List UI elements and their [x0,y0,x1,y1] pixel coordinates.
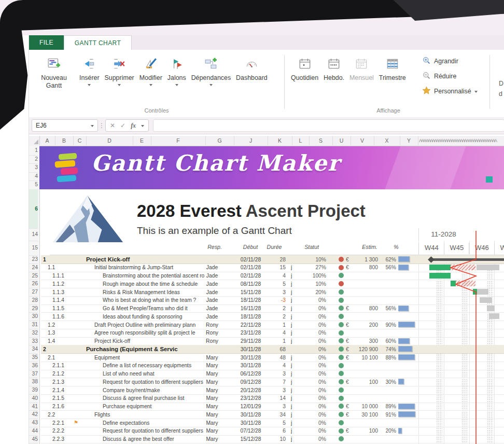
row-header-4[interactable]: 4 [29,172,38,182]
table-row[interactable]: 1.3Agree rough responsibility split & pr… [41,329,504,338]
row-header-15[interactable]: 15 [29,241,38,256]
row-header-25[interactable]: 25 [29,272,38,281]
jalons-button[interactable]: Jalons [165,52,189,86]
row-header-6[interactable]: 6 [29,189,38,229]
table-row[interactable]: 2.2FlightsMary30/11/2834j0%€30 10091% [41,410,504,419]
task-name-cell: Request for quotation to different suppl… [103,427,204,434]
more-options-icon[interactable]: ⋮ [98,122,105,129]
button-label: Mensuel [349,74,374,82]
row-header-32[interactable]: 32 [29,329,38,338]
quotidien-button[interactable]: Quotidien [288,52,321,82]
table-row[interactable]: 2.2.1⚑Define expectationsMary30/11/285j0… [41,419,504,427]
dependances-button[interactable]: Dépendances [189,52,233,86]
row-header-39[interactable]: 39 [29,386,38,395]
task-name-cell: Go & Meet People/Teams who did it [103,305,204,312]
tablet-screenshot: FILE GANTT CHART Nouveau Gantt [0,0,504,444]
col-header-debut: Début [243,244,258,250]
enter-icon[interactable]: ✓ [120,122,125,129]
name-box[interactable]: EJ6 [32,119,98,132]
table-row[interactable]: 2.1.1Define a list of necessary equipmen… [41,362,504,370]
mensuel-button[interactable]: Mensuel [347,52,376,82]
percent-cell: 88% [375,354,396,361]
tab-file[interactable]: FILE [29,35,64,50]
row-header-24[interactable]: 24 [29,263,38,272]
table-row[interactable]: 2.1.4Compare buy/rent/makeMary20/12/283j… [41,386,504,395]
table-row[interactable]: 2.1.5Discuss & agree final purchase list… [41,394,504,403]
row-header-5[interactable]: 5 [29,181,38,190]
table-row[interactable]: 2Purchasing (Equipment & Servic30/11/286… [41,345,504,354]
row-header-30[interactable]: 30 [29,312,38,321]
duration-cell: 5 [265,420,286,426]
responsible-cell: Jade [197,313,228,320]
duration-cell: 68 [265,346,286,353]
row-header-33[interactable]: 33 [29,337,38,346]
row-header-14[interactable]: 14 [29,228,38,241]
hebdo-button[interactable]: Hebdo. [321,52,347,82]
table-row[interactable]: 1.2Draft Project Outline with preliminar… [41,321,504,329]
row-header-3[interactable]: 3 [29,163,38,173]
col-header-estim: Estim. [362,244,377,250]
row-header-34[interactable]: 34 [29,345,38,354]
table-row[interactable]: 2.2.3Discuss & agree the best offerMary1… [41,435,504,444]
wbs-cell: 2 [43,346,72,353]
duration-unit-cell: j [291,403,298,410]
row-header-44[interactable]: 44 [29,427,38,436]
row-header-28[interactable]: 28 [29,296,38,305]
spreadsheet: ABCDEFGJKLSUVXYAAAAAAAAAAAAAAAAAAAAAAAAA… [29,136,504,444]
percent-data-bar [398,428,402,434]
table-row[interactable]: 1.1.4Who is best at doing what in the te… [41,296,504,305]
nouveau-gantt-button[interactable]: Nouveau Gantt [31,52,77,90]
row-header-23[interactable]: 23 [29,255,38,264]
trimestre-button[interactable]: Trimestre [376,52,409,82]
duration-cell: -3 [265,297,286,303]
agrandir-button[interactable]: Agrandir [422,56,478,66]
task-name-cell: Ideas about funding & sponsoring [103,313,204,320]
inserer-button[interactable]: Insérer [77,52,102,86]
row-header-45[interactable]: 45 [29,435,38,444]
duration-unit-cell: j [291,395,298,401]
table-row[interactable]: 2.1.3Request for quotation to different … [41,378,504,386]
clipped-text: D [499,80,503,87]
table-row[interactable]: 2.1EquipmentMary30/11/2848j0%€10 10088% [41,353,504,362]
row-header-41[interactable]: 41 [29,403,38,411]
row-header-31[interactable]: 31 [29,321,38,329]
timeline-month-label: 11-2028 [418,230,469,238]
wbs-cell: 1 [43,256,72,263]
dashboard-button[interactable]: Dashboard [233,52,270,82]
button-label: Personnalisé [434,88,471,95]
tab-gantt-chart[interactable]: GANTT CHART [64,35,132,50]
insert-function-icon[interactable]: fx [131,122,136,130]
table-row[interactable]: 1.1.5Go & Meet People/Teams who did itJa… [41,304,504,313]
supprimer-button[interactable]: Supprimer [102,52,137,86]
table-row[interactable]: 2.1.6Purchase equipmentMary12/01/293j0%€… [41,403,504,411]
row-header-35[interactable]: 35 [29,353,38,362]
table-row[interactable]: 2.2.2Request for quotation to different … [41,427,504,436]
percent-cell: 89% [375,403,396,410]
row-header-43[interactable]: 43 [29,419,38,427]
duration-unit-cell: j [291,411,298,418]
modifier-button[interactable]: Modifier [137,52,165,86]
table-row[interactable]: 1.4Project Kick-offRony29/11/281j0%€3006… [41,337,504,346]
table-row[interactable]: 1.1.3Risks & Risk Management IdeasJade15… [41,288,504,297]
table-row[interactable]: 2.1.2List of who need whatMary06/12/283j… [41,370,504,379]
cancel-icon[interactable]: ✕ [110,122,115,129]
reduire-button[interactable]: Réduire [422,71,478,81]
table-row[interactable]: 1.1.2Rough image about the time & schedu… [41,280,504,288]
row-header-2[interactable]: 2 [29,155,38,164]
row-header-1[interactable]: 1 [29,146,38,156]
personnalise-button[interactable]: Personnalisé [422,86,478,96]
table-row[interactable]: 1.1.6Ideas about funding & sponsoringJad… [41,312,504,321]
row-header-36[interactable]: 36 [29,362,38,370]
row-header-27[interactable]: 27 [29,288,38,297]
row-header-40[interactable]: 40 [29,394,38,403]
start-date-cell: 12/01/29 [234,403,268,410]
row-header-29[interactable]: 29 [29,304,38,313]
row-header-42[interactable]: 42 [29,410,38,419]
duration-unit-cell: j [291,322,298,328]
duration-cell: 3 [265,387,286,394]
row-header-38[interactable]: 38 [29,378,38,386]
row-header-26[interactable]: 26 [29,280,38,288]
button-label: Nouveau Gantt [34,74,74,90]
row-header-37[interactable]: 37 [29,370,38,379]
formula-input[interactable] [153,119,504,132]
